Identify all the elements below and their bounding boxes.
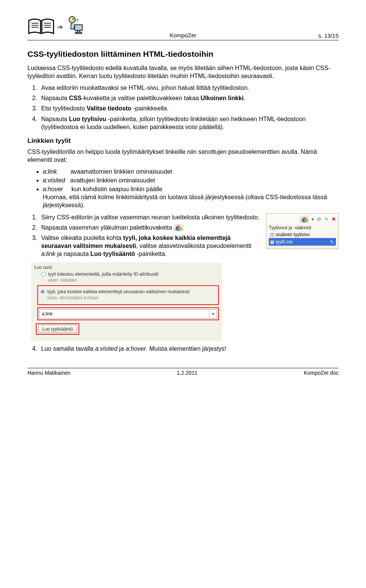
footer-author: Hannu Matikainen <box>27 370 71 376</box>
dialog-button-box: Luo tyylisääntö <box>36 323 79 335</box>
svg-text:?: ? <box>76 18 79 23</box>
svg-point-1 <box>72 18 74 19</box>
refresh-icon[interactable]: ⟳ <box>317 216 321 222</box>
footer-filename: KompoZer.doc <box>304 370 339 376</box>
svg-rect-2 <box>75 25 82 30</box>
pseudo-list: a:link avaamattomien linkkien ominaisuud… <box>27 168 339 209</box>
selector-input[interactable] <box>40 310 209 317</box>
header-title: KompoZer <box>170 32 196 38</box>
create-rule-button[interactable]: Luo tyylisääntö <box>38 325 77 333</box>
svg-rect-4 <box>75 32 82 34</box>
dialog-option-selector[interactable]: tyyli, joka koskee kaikkia elementtejä s… <box>40 289 216 294</box>
steps-list-a: Avaa editoriin muokattavaksi se HTML-siv… <box>27 84 339 131</box>
radio-unchecked-icon[interactable] <box>41 272 46 276</box>
dialog-hint-2: esim. div#otsikko a:hover <box>47 295 216 300</box>
header-icons: ➔ ? <box>27 15 84 39</box>
dialog-option-selector-box: tyyli, joka koskee kaikkia elementtejä s… <box>37 285 219 305</box>
thinker-monitor-icon: ? <box>65 15 84 39</box>
dialog-hint-1: esim. #otsikko <box>48 278 219 283</box>
dropdown-icon[interactable]: ▾ <box>209 310 217 318</box>
pseudo-hover: a:hover kun kohdistin saapuu linkin pääl… <box>43 185 339 209</box>
stylesheets-panel: ▾ ⟳ ✎ ✖ Tyylisivut ja -säännöt +sisäinen… <box>266 213 339 249</box>
pseudo-visited: a:visited avattujen linkkien ominaisuude… <box>43 176 339 184</box>
page-footer: Hannu Matikainen 1.2.2011 KompoZer.doc <box>27 368 339 376</box>
palette-icon-inline <box>174 224 182 231</box>
book-icon <box>27 17 55 37</box>
selector-input-wrap: ▾ <box>39 309 217 318</box>
create-style-dialog: Luo uusi: tyyli toteutuu elementeillä, j… <box>31 262 222 341</box>
footer-date: 1.2.2011 <box>177 370 198 376</box>
dialog-input-box: ▾ <box>37 307 219 320</box>
delete-icon[interactable]: ✖ <box>332 216 336 222</box>
subheading-links: Linkkien tyylit <box>27 137 339 145</box>
edit-icon[interactable]: ✎ <box>324 216 329 222</box>
step-a4: Napsauta Luo tyylisivu -painiketta, joll… <box>39 115 339 131</box>
svg-point-0 <box>69 16 75 23</box>
radio-checked-icon[interactable] <box>40 289 45 294</box>
dialog-label: Luo uusi: <box>34 265 219 270</box>
palette-icon[interactable] <box>300 216 308 223</box>
dialog-option-id[interactable]: tyyli toteutuu elementeillä, joilla määr… <box>41 272 219 277</box>
steps-list-c: Luo samalla tavalla a:visited ja a:hover… <box>27 345 339 353</box>
panel-item-external[interactable]: +tyylit.css↖ <box>269 238 336 246</box>
step-a1: Avaa editoriin muokattavaksi se HTML-siv… <box>39 84 339 92</box>
step-c4: Luo samalla tavalla a:visited ja a:hover… <box>39 345 339 353</box>
pseudo-link: a:link avaamattomien linkkien ominaisuud… <box>43 168 339 176</box>
panel-title: Tyylisivut ja -säännöt <box>269 224 336 231</box>
intro-paragraph: Luotaessa CSS-tyylitiedosto edellä kuvat… <box>27 64 339 80</box>
panel-item-internal[interactable]: +sisäinen tyylisivu <box>269 231 336 238</box>
cursor-icon: ↖ <box>330 239 334 245</box>
arrow-right-icon: ➔ <box>57 23 63 31</box>
step-a3: Etsi tyylitiedosto Valitse tiedosto -pai… <box>39 104 339 112</box>
header-page: s. 13/15 <box>318 32 339 39</box>
step-a2: Napsauta CSS-kuvaketta ja valitse palett… <box>39 94 339 102</box>
page-heading: CSS-tyylitiedoston liittäminen HTML-tied… <box>27 50 339 59</box>
pseudo-intro: CSS-tyylieditorilla on helppo luoda tyyl… <box>27 148 339 164</box>
